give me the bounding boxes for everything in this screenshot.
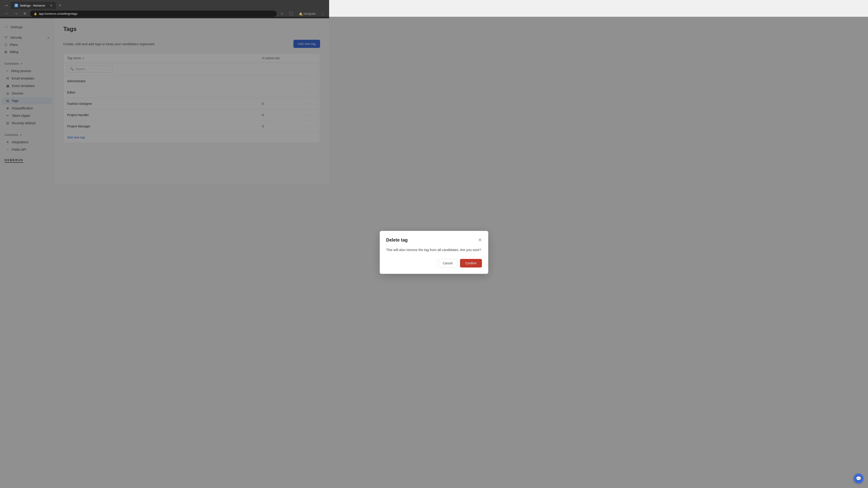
menu-button[interactable]: ⋮ xyxy=(319,11,327,17)
reload-button[interactable]: ↻ xyxy=(22,11,28,17)
tab-switcher[interactable]: ⬦▼ xyxy=(2,3,10,8)
bookmark-button[interactable]: ☆ xyxy=(278,11,285,17)
new-tab-button[interactable]: + xyxy=(57,2,63,9)
tab-favicon: H xyxy=(14,4,18,7)
lock-icon: 🔒 xyxy=(34,12,37,15)
browser-chrome: ⬦▼ H Settings - Homerun ✕ + ← → ↻ 🔒 app.… xyxy=(0,0,329,18)
address-text: app.homerun.co/settings/tags xyxy=(39,12,78,15)
browser-tabs-bar: ⬦▼ H Settings - Homerun ✕ + xyxy=(0,0,329,9)
incognito-button[interactable]: 🕵 Incognito xyxy=(297,11,317,17)
tab-view-button[interactable]: ⬛ xyxy=(287,11,295,17)
address-bar[interactable]: 🔒 app.homerun.co/settings/tags xyxy=(30,11,277,17)
forward-button[interactable]: → xyxy=(12,10,20,17)
tab-title: Settings - Homerun xyxy=(20,4,45,7)
modal-overlay: Delete tag ✕ This will also remove the t… xyxy=(0,17,329,184)
active-tab[interactable]: H Settings - Homerun ✕ xyxy=(11,2,56,9)
tab-close-icon[interactable]: ✕ xyxy=(50,4,53,7)
back-button[interactable]: ← xyxy=(3,10,10,17)
